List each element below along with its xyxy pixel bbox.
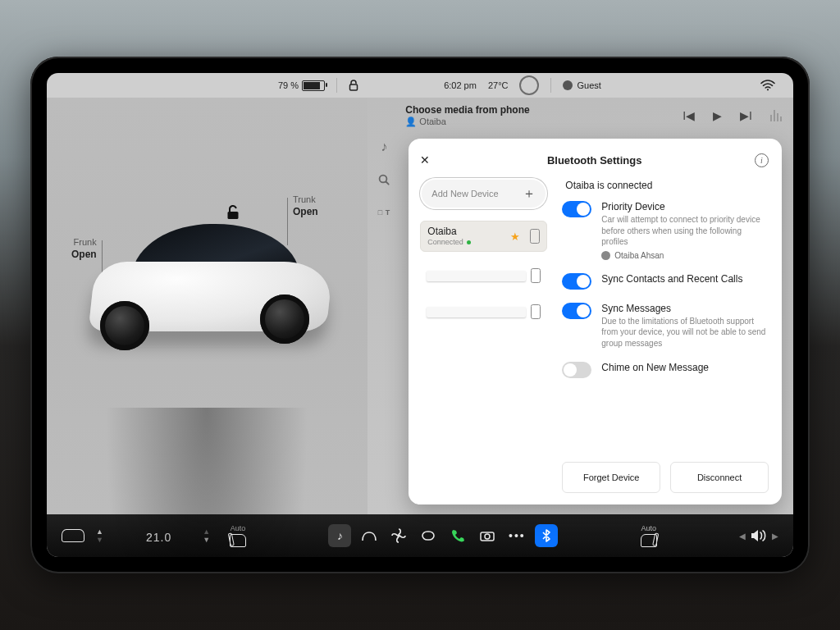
media-bar[interactable]: Choose media from phone 👤 Otaiba I◀ ▶ ▶I <box>368 98 793 134</box>
option-sync-contacts: Sync Contacts and Recent Calls <box>562 273 769 290</box>
chime-toggle[interactable] <box>562 362 591 378</box>
defrost-front-icon[interactable] <box>358 524 381 547</box>
battery-percent: 79 % <box>278 80 299 90</box>
wifi-icon[interactable] <box>760 80 775 91</box>
contacts-title: Sync Contacts and Recent Calls <box>601 273 769 285</box>
device-list: Add New Device ＋ Otaiba Connected <box>420 178 547 493</box>
car-controls-icon[interactable] <box>62 529 84 542</box>
svg-rect-0 <box>350 84 358 90</box>
volume-control[interactable]: ◀ ▶ <box>739 529 778 542</box>
vehicle-pane: Frunk Open Trunk Open <box>47 98 368 514</box>
more-apps-icon[interactable]: ••• <box>505 524 528 547</box>
trunk-text: Trunk <box>293 194 316 204</box>
chevron-left-icon[interactable]: ◀ <box>739 532 746 541</box>
priority-desc: Car will attempt to connect to priority … <box>601 214 769 248</box>
temp-up-icon[interactable]: ▲▼ <box>203 527 210 544</box>
divider <box>550 78 551 93</box>
battery-indicator[interactable]: 79 % <box>278 80 325 91</box>
bottom-dock: ▲▼ 21.0 ▲▼ Auto ♪ ••• Auto ◀ ▶ <box>47 514 793 557</box>
media-title: Choose media from phone <box>405 104 529 116</box>
music-note-icon[interactable]: ♪ <box>381 139 387 155</box>
option-chime: Chime on New Message <box>562 362 769 378</box>
chevron-right-icon[interactable]: ▶ <box>772 532 778 541</box>
direct-tune-icon[interactable]: □ T <box>378 204 390 221</box>
add-device-label: Add New Device <box>431 189 498 199</box>
cabin-temp[interactable]: 21.0 <box>146 525 171 546</box>
phone-app-icon[interactable] <box>446 524 469 547</box>
prev-track-icon[interactable]: I◀ <box>682 109 695 122</box>
messages-desc: Due to the limitations of Bluetooth supp… <box>601 316 769 349</box>
temp-down-icon[interactable]: ▲▼ <box>96 527 103 544</box>
bluetooth-settings-modal: ✕ Bluetooth Settings i Add New Device ＋ <box>409 139 782 504</box>
person-icon <box>563 80 573 90</box>
favorite-star-icon: ★ <box>510 231 520 243</box>
device-name: Otaiba <box>427 226 471 237</box>
device-item-hidden-2[interactable] <box>420 299 547 324</box>
priority-profile[interactable]: Otaiba Ahsan <box>601 251 769 260</box>
forget-device-button[interactable]: Forget Device <box>562 462 660 493</box>
divider <box>336 78 337 93</box>
person-icon <box>601 251 610 260</box>
chime-title: Chime on New Message <box>601 362 769 373</box>
play-icon[interactable]: ▶ <box>713 109 722 122</box>
device-item-otaiba[interactable]: Otaiba Connected ★ <box>420 221 547 252</box>
outside-temp[interactable]: 27°C <box>488 80 509 90</box>
contacts-toggle[interactable] <box>562 273 591 290</box>
music-app-icon[interactable]: ♪ <box>328 524 351 547</box>
seat-heater-driver[interactable]: Auto <box>230 524 246 547</box>
fan-icon[interactable] <box>387 524 410 547</box>
svg-point-4 <box>397 534 400 537</box>
device-status: Connected <box>427 238 463 247</box>
phone-icon <box>531 304 541 319</box>
modal-title: Bluetooth Settings <box>420 154 769 167</box>
sentry-icon[interactable] <box>519 75 539 95</box>
lock-icon[interactable] <box>349 80 358 91</box>
equalizer-icon[interactable] <box>770 110 782 121</box>
app-rail: ♪ □ T <box>368 139 400 221</box>
messages-toggle[interactable] <box>562 303 591 319</box>
car-render[interactable] <box>92 212 338 360</box>
disconnect-button[interactable]: Disconnect <box>670 462 769 493</box>
search-icon[interactable] <box>377 171 390 188</box>
priority-title: Priority Device <box>601 201 769 212</box>
phone-icon <box>531 268 541 283</box>
next-track-icon[interactable]: ▶I <box>740 109 752 122</box>
svg-point-7 <box>485 534 490 539</box>
phone-icon <box>530 229 540 244</box>
add-new-device-button[interactable]: Add New Device ＋ <box>420 178 547 209</box>
profile-name: Guest <box>577 80 600 90</box>
app-pane: Choose media from phone 👤 Otaiba I◀ ▶ ▶I… <box>368 98 793 514</box>
device-item-hidden-1[interactable] <box>420 263 547 288</box>
priority-toggle[interactable] <box>562 201 591 217</box>
connected-heading: Otaiba is connected <box>565 180 769 191</box>
plus-icon: ＋ <box>523 185 536 203</box>
messages-title: Sync Messages <box>601 303 769 314</box>
display-bezel: 79 % 6:02 pm 27°C Guest <box>30 57 810 573</box>
device-options: Otaiba is connected Priority Device Car … <box>562 178 769 493</box>
option-priority-device: Priority Device Car will attempt to conn… <box>562 201 769 260</box>
defrost-rear-icon[interactable] <box>417 524 440 547</box>
camera-app-icon[interactable] <box>476 524 499 547</box>
touchscreen: 79 % 6:02 pm 27°C Guest <box>47 73 793 557</box>
main-area: Frunk Open Trunk Open <box>47 98 793 514</box>
option-sync-messages: Sync Messages Due to the limitations of … <box>562 303 769 349</box>
media-subtitle: 👤 Otaiba <box>405 116 529 127</box>
svg-point-1 <box>767 89 769 90</box>
battery-icon <box>302 80 325 91</box>
clock[interactable]: 6:02 pm <box>444 80 477 90</box>
speaker-icon <box>751 529 767 542</box>
driver-profile[interactable]: Guest <box>563 80 600 90</box>
svg-rect-5 <box>422 532 434 540</box>
bluetooth-app-icon[interactable] <box>535 524 558 547</box>
status-bar: 79 % 6:02 pm 27°C Guest <box>47 73 793 98</box>
seat-heater-passenger[interactable]: Auto <box>641 524 657 547</box>
connected-dot-icon <box>467 240 471 244</box>
